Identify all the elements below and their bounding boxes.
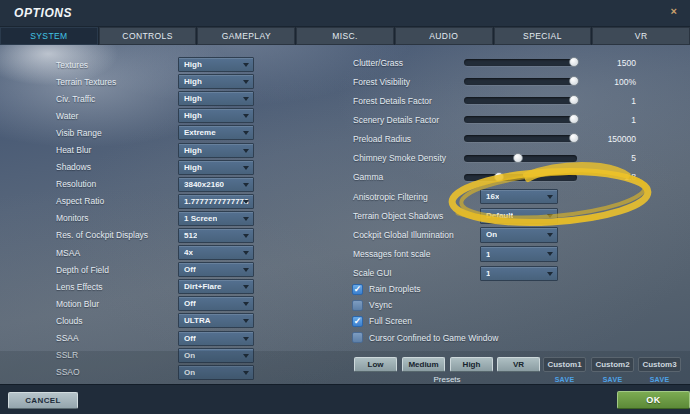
rain-droplets-checkbox[interactable] <box>352 284 363 295</box>
dropdown-value: Off <box>184 265 196 274</box>
motion-blur-dropdown[interactable]: Off <box>178 296 254 311</box>
aspect-ratio-dropdown[interactable]: 1.7777777777778 <box>178 194 254 209</box>
dropdown-value: High <box>184 60 202 69</box>
dropdown-value: 1 <box>486 269 490 278</box>
setting-row-ssaa: SSAAOff <box>0 330 345 347</box>
setting-row-water: WaterHigh <box>0 107 345 124</box>
monitors-dropdown[interactable]: 1 Screen <box>178 211 254 226</box>
setting-label: Heat Blur <box>56 145 175 155</box>
terrain-textures-dropdown[interactable]: High <box>178 74 254 89</box>
slider-thumb[interactable] <box>569 95 579 105</box>
vsync-checkbox[interactable] <box>352 300 363 311</box>
checkbox-row-rain-droplets: Rain Droplets <box>345 281 690 297</box>
anisotropic-filtering-dropdown[interactable]: 16x <box>480 189 558 205</box>
setting-row-res-of-cockpit-displays: Res. of Cockpit Displays512 <box>0 227 345 244</box>
heat-blur-dropdown[interactable]: High <box>178 143 254 158</box>
tab-vr[interactable]: VR <box>592 27 690 45</box>
preset-custom3-button[interactable]: Custom3 <box>638 357 681 372</box>
preset-high-button[interactable]: High <box>450 357 493 372</box>
depth-of-field-dropdown[interactable]: Off <box>178 262 254 277</box>
textures-dropdown[interactable]: High <box>178 57 254 72</box>
slider-row-clutter-grass: Clutter/Grass1500 <box>345 53 690 72</box>
slider-thumb[interactable] <box>513 153 523 163</box>
save-custom1-link[interactable]: SAVE <box>543 376 586 383</box>
chevron-down-icon <box>243 80 249 84</box>
chevron-down-icon <box>547 252 553 256</box>
dropdown-value: 1 Screen <box>184 214 217 223</box>
tab-audio[interactable]: AUDIO <box>395 27 493 45</box>
cursor-confined-to-game-window-checkbox[interactable] <box>352 332 363 343</box>
setting-label: Visib Range <box>56 128 175 138</box>
msaa-dropdown[interactable]: 4x <box>178 245 254 260</box>
visib-range-dropdown[interactable]: Extreme <box>178 125 254 140</box>
cockpit-global-illumination-dropdown[interactable]: On <box>480 227 558 243</box>
presets-band <box>0 351 690 385</box>
save-custom2-link[interactable]: SAVE <box>591 376 634 383</box>
chevron-down-icon <box>243 63 249 67</box>
preset-medium-button[interactable]: Medium <box>402 357 445 372</box>
close-icon[interactable]: × <box>671 6 677 17</box>
right-dropdown-column: Anisotropic Filtering16xTerrain Object S… <box>345 187 690 283</box>
full-screen-checkbox[interactable] <box>352 316 363 327</box>
chevron-down-icon <box>243 337 249 341</box>
tab-controls[interactable]: CONTROLS <box>99 27 197 45</box>
shadows-dropdown[interactable]: High <box>178 160 254 175</box>
slider-thumb[interactable] <box>569 57 579 67</box>
water-dropdown[interactable]: High <box>178 108 254 123</box>
terrain-object-shadows-dropdown[interactable]: Default <box>480 208 558 224</box>
dropdown-value: High <box>184 111 202 120</box>
clouds-dropdown[interactable]: ULTRA <box>178 313 254 328</box>
preset-custom2-button[interactable]: Custom2 <box>591 357 634 372</box>
setting-label: Forest Visibility <box>353 77 463 87</box>
slider-thumb[interactable] <box>569 76 579 86</box>
save-custom3-link[interactable]: SAVE <box>638 376 681 383</box>
preset-vr-button[interactable]: VR <box>497 357 540 372</box>
civ-traffic-dropdown[interactable]: High <box>178 91 254 106</box>
preset-custom1-button[interactable]: Custom1 <box>543 357 586 372</box>
clutter-grass-slider[interactable] <box>464 59 577 66</box>
setting-row-depth-of-field: Depth of FieldOff <box>0 261 345 278</box>
forest-details-factor-slider[interactable] <box>464 97 577 104</box>
chevron-down-icon <box>547 214 553 218</box>
setting-label: Scenery Details Factor <box>353 115 463 125</box>
cancel-button[interactable]: CANCEL <box>8 392 78 409</box>
dropdown-value: 1.7777777777778 <box>184 197 249 206</box>
checkbox-label: Rain Droplets <box>369 284 421 294</box>
ok-button[interactable]: OK <box>617 391 690 409</box>
footer-bar <box>0 384 690 414</box>
left-settings-column: TexturesHighTerrain TexturesHighCiv. Tra… <box>0 56 345 381</box>
tab-special[interactable]: SPECIAL <box>494 27 592 45</box>
setting-row-lens-effects: Lens EffectsDirt+Flare <box>0 278 345 295</box>
setting-row-terrain-object-shadows: Terrain Object ShadowsDefault <box>345 206 690 225</box>
setting-row-cockpit-global-illumination: Cockpit Global IlluminationOn <box>345 225 690 244</box>
preset-low-button[interactable]: Low <box>354 357 397 372</box>
tab-misc[interactable]: MISC. <box>296 27 394 45</box>
chevron-down-icon <box>243 166 249 170</box>
slider-thumb[interactable] <box>569 114 579 124</box>
lens-effects-dropdown[interactable]: Dirt+Flare <box>178 279 254 294</box>
setting-row-monitors: Monitors1 Screen <box>0 210 345 227</box>
resolution-dropdown[interactable]: 3840x2160 <box>178 177 254 192</box>
tab-system[interactable]: SYSTEM <box>0 27 98 45</box>
messages-font-scale-dropdown[interactable]: 1 <box>480 246 558 262</box>
checkbox-row-full-screen: Full Screen <box>345 313 690 329</box>
scale-gui-dropdown[interactable]: 1 <box>480 266 558 282</box>
scenery-details-factor-slider[interactable] <box>464 116 577 123</box>
slider-value: 1 <box>577 115 690 125</box>
dropdown-value: 3840x2160 <box>184 180 224 189</box>
chevron-down-icon <box>243 285 249 289</box>
preload-radius-slider[interactable] <box>464 135 577 142</box>
forest-visibility-slider[interactable] <box>464 78 577 85</box>
dropdown-value: Default <box>486 211 513 220</box>
tab-gameplay[interactable]: GAMEPLAY <box>197 27 295 45</box>
gamma-slider[interactable] <box>464 174 577 181</box>
setting-row-msaa: MSAA4x <box>0 244 345 261</box>
chimney-smoke-density-slider[interactable] <box>464 155 577 162</box>
setting-label: Clouds <box>56 316 175 326</box>
res-of-cockpit-displays-dropdown[interactable]: 512 <box>178 228 254 243</box>
slider-thumb[interactable] <box>494 172 504 182</box>
dropdown-value: High <box>184 77 202 86</box>
ssaa-dropdown[interactable]: Off <box>178 331 254 346</box>
slider-row-scenery-details-factor: Scenery Details Factor1 <box>345 110 690 129</box>
setting-row-visib-range: Visib RangeExtreme <box>0 124 345 141</box>
